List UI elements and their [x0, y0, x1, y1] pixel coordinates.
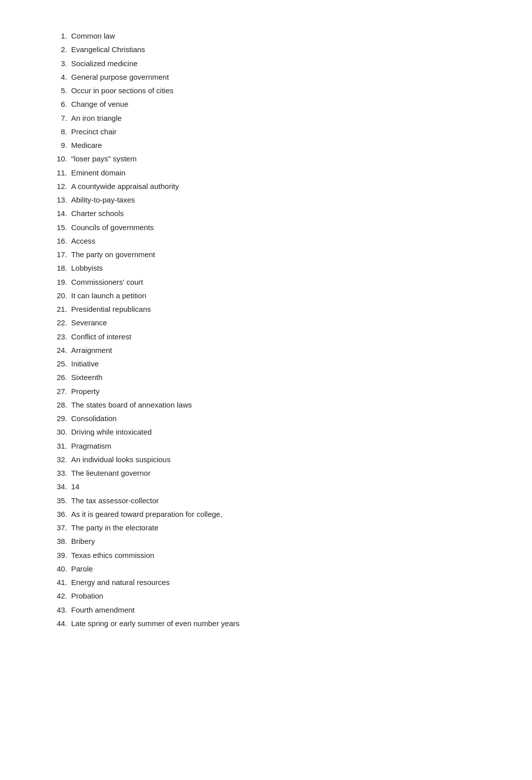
item-text: The tax assessor-collector [71, 495, 159, 506]
item-number: 24. [50, 344, 71, 356]
list-item: 9.Medicare [50, 139, 492, 151]
item-text: Change of venue [71, 98, 128, 110]
list-item: 31.Pragmatism [50, 440, 492, 452]
item-number: 22. [50, 317, 71, 328]
item-number: 44. [50, 618, 71, 629]
item-number: 28. [50, 399, 71, 411]
list-item: 41.Energy and natural resources [50, 576, 492, 588]
item-text: As it is geared toward preparation for c… [71, 508, 222, 520]
item-text: An iron triangle [71, 112, 122, 124]
list-item: 24.Arraignment [50, 344, 492, 356]
item-text: Charter schools [71, 208, 124, 219]
item-number: 12. [50, 180, 71, 192]
item-number: 26. [50, 371, 71, 383]
list-item: 8.Precinct chair [50, 126, 492, 137]
item-number: 11. [50, 167, 71, 178]
list-item: 5.Occur in poor sections of cities [50, 85, 492, 96]
item-text: Driving while intoxicated [71, 426, 152, 438]
item-number: 33. [50, 467, 71, 479]
item-text: Medicare [71, 139, 102, 151]
item-number: 29. [50, 413, 71, 424]
item-text: Presidential republicans [71, 303, 151, 315]
item-text: Councils of governments [71, 222, 154, 233]
list-item: 10."loser pays" system [50, 153, 492, 164]
item-text: Property [71, 385, 100, 397]
item-number: 25. [50, 358, 71, 369]
item-text: Late spring or early summer of even numb… [71, 618, 239, 629]
list-item: 18.Lobbyists [50, 262, 492, 274]
item-number: 13. [50, 194, 71, 206]
item-number: 6. [50, 98, 71, 110]
item-text: Occur in poor sections of cities [71, 85, 173, 96]
answer-list: 1.Common law2.Evangelical Christians3.So… [40, 30, 492, 629]
item-text: Ability-to-pay-taxes [71, 194, 135, 206]
list-item: 11.Eminent domain [50, 167, 492, 178]
list-item: 15.Councils of governments [50, 222, 492, 233]
list-item: 39.Texas ethics commission [50, 549, 492, 561]
list-item: 34.14 [50, 481, 492, 492]
item-text: 14 [71, 481, 80, 492]
item-number: 20. [50, 290, 71, 301]
item-text: Commissioners' court [71, 276, 143, 288]
item-number: 10. [50, 153, 71, 164]
list-item: 17.The party on government [50, 249, 492, 260]
list-item: 35.The tax assessor-collector [50, 495, 492, 506]
item-number: 35. [50, 495, 71, 506]
list-item: 37.The party in the electorate [50, 522, 492, 533]
item-text: Socialized medicine [71, 58, 138, 69]
item-text: Pragmatism [71, 440, 111, 452]
item-number: 2. [50, 44, 71, 55]
item-text: Bribery [71, 535, 95, 547]
item-number: 34. [50, 481, 71, 492]
item-number: 32. [50, 454, 71, 465]
item-text: A countywide appraisal authority [71, 180, 179, 192]
item-number: 40. [50, 563, 71, 574]
item-text: The lieutenant governor [71, 467, 150, 479]
item-text: Arraignment [71, 344, 112, 356]
list-item: 21.Presidential republicans [50, 303, 492, 315]
item-number: 16. [50, 235, 71, 247]
list-item: 19.Commissioners' court [50, 276, 492, 288]
list-item: 20.It can launch a petition [50, 290, 492, 301]
item-number: 42. [50, 590, 71, 602]
item-number: 17. [50, 249, 71, 260]
item-number: 4. [50, 71, 71, 83]
list-item: 1.Common law [50, 30, 492, 42]
item-text: Lobbyists [71, 262, 103, 274]
item-text: The party on government [71, 249, 155, 260]
item-text: General purpose government [71, 71, 169, 83]
item-number: 5. [50, 85, 71, 96]
item-text: Conflict of interest [71, 331, 131, 342]
item-text: Eminent domain [71, 167, 125, 178]
item-number: 37. [50, 522, 71, 533]
item-text: Access [71, 235, 95, 247]
item-number: 31. [50, 440, 71, 452]
item-text: The states board of annexation laws [71, 399, 192, 411]
item-text: Evangelical Christians [71, 44, 145, 55]
item-number: 27. [50, 385, 71, 397]
item-number: 41. [50, 576, 71, 588]
item-number: 19. [50, 276, 71, 288]
item-text: Probation [71, 590, 103, 602]
list-item: 22.Severance [50, 317, 492, 328]
list-item: 38.Bribery [50, 535, 492, 547]
item-text: Common law [71, 30, 115, 42]
item-text: Texas ethics commission [71, 549, 154, 561]
item-text: "loser pays" system [71, 153, 137, 164]
item-text: It can launch a petition [71, 290, 146, 301]
item-number: 14. [50, 208, 71, 219]
list-item: 33.The lieutenant governor [50, 467, 492, 479]
item-number: 36. [50, 508, 71, 520]
item-number: 18. [50, 262, 71, 274]
list-item: 32.An individual looks suspicious [50, 454, 492, 465]
item-text: Precinct chair [71, 126, 117, 137]
list-item: 25.Initiative [50, 358, 492, 369]
item-number: 8. [50, 126, 71, 137]
list-item: 28.The states board of annexation laws [50, 399, 492, 411]
list-item: 44.Late spring or early summer of even n… [50, 618, 492, 629]
item-number: 38. [50, 535, 71, 547]
item-number: 43. [50, 604, 71, 616]
item-text: Sixteenth [71, 371, 103, 383]
item-text: Parole [71, 563, 93, 574]
item-number: 39. [50, 549, 71, 561]
